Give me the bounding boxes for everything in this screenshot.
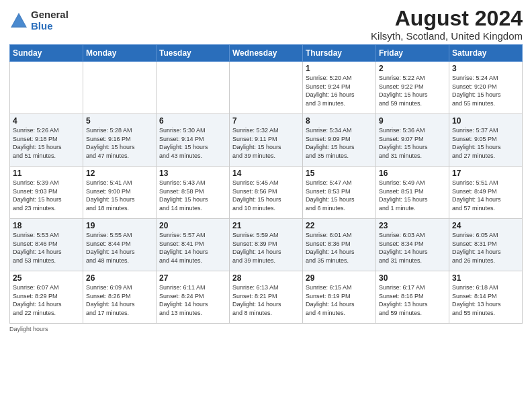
day-number: 5 — [86, 116, 153, 126]
day-number: 28 — [232, 273, 300, 283]
day-cell: 14Sunrise: 5:45 AM Sunset: 8:56 PM Dayli… — [230, 167, 303, 219]
day-number: 6 — [159, 116, 226, 126]
day-cell: 13Sunrise: 5:43 AM Sunset: 8:58 PM Dayli… — [157, 167, 230, 219]
day-number: 10 — [452, 116, 519, 126]
day-cell: 11Sunrise: 5:39 AM Sunset: 9:03 PM Dayli… — [10, 167, 83, 219]
day-cell: 10Sunrise: 5:37 AM Sunset: 9:05 PM Dayli… — [449, 114, 523, 167]
calendar-header: SundayMondayTuesdayWednesdayThursdayFrid… — [10, 45, 523, 62]
day-cell: 5Sunrise: 5:28 AM Sunset: 9:16 PM Daylig… — [83, 114, 157, 167]
day-number: 1 — [306, 64, 373, 73]
day-cell: 28Sunrise: 6:13 AM Sunset: 8:21 PM Dayli… — [230, 271, 303, 324]
day-info: Sunrise: 5:57 AM Sunset: 8:41 PM Dayligh… — [159, 231, 226, 265]
day-cell — [83, 62, 157, 114]
day-info: Sunrise: 6:09 AM Sunset: 8:26 PM Dayligh… — [86, 283, 153, 317]
day-info: Sunrise: 5:45 AM Sunset: 8:56 PM Dayligh… — [232, 179, 300, 212]
day-number: 9 — [379, 116, 446, 126]
week-row-0: 1Sunrise: 5:20 AM Sunset: 9:24 PM Daylig… — [10, 62, 523, 114]
day-cell: 12Sunrise: 5:41 AM Sunset: 9:00 PM Dayli… — [83, 167, 157, 219]
day-number: 27 — [159, 273, 226, 283]
day-cell: 2Sunrise: 5:22 AM Sunset: 9:22 PM Daylig… — [376, 62, 449, 114]
day-number: 26 — [86, 273, 153, 283]
day-info: Sunrise: 5:22 AM Sunset: 9:22 PM Dayligh… — [379, 74, 446, 107]
logo-general: General — [31, 9, 69, 21]
header-cell-sunday: Sunday — [10, 45, 83, 62]
day-number: 2 — [379, 64, 446, 73]
day-number: 14 — [232, 169, 300, 178]
day-info: Sunrise: 6:13 AM Sunset: 8:21 PM Dayligh… — [232, 283, 300, 317]
day-cell: 9Sunrise: 5:36 AM Sunset: 9:07 PM Daylig… — [376, 114, 449, 167]
day-number: 30 — [379, 273, 446, 283]
day-number: 16 — [379, 169, 446, 178]
day-cell: 7Sunrise: 5:32 AM Sunset: 9:11 PM Daylig… — [230, 114, 303, 167]
main-title: August 2024 — [371, 7, 523, 30]
day-info: Sunrise: 6:18 AM Sunset: 8:14 PM Dayligh… — [452, 283, 519, 317]
header-cell-monday: Monday — [83, 45, 157, 62]
header-cell-wednesday: Wednesday — [230, 45, 303, 62]
day-cell: 17Sunrise: 5:51 AM Sunset: 8:49 PM Dayli… — [449, 167, 523, 219]
day-cell: 3Sunrise: 5:24 AM Sunset: 9:20 PM Daylig… — [449, 62, 523, 114]
day-number: 25 — [13, 273, 80, 283]
header-cell-friday: Friday — [376, 45, 449, 62]
week-row-4: 25Sunrise: 6:07 AM Sunset: 8:29 PM Dayli… — [10, 271, 523, 324]
day-number: 18 — [13, 221, 80, 230]
day-info: Sunrise: 6:01 AM Sunset: 8:36 PM Dayligh… — [306, 231, 373, 265]
day-info: Sunrise: 5:34 AM Sunset: 9:09 PM Dayligh… — [306, 126, 373, 160]
day-number: 13 — [159, 169, 226, 178]
day-info: Sunrise: 5:36 AM Sunset: 9:07 PM Dayligh… — [379, 126, 446, 160]
header-cell-saturday: Saturday — [449, 45, 523, 62]
day-cell: 23Sunrise: 6:03 AM Sunset: 8:34 PM Dayli… — [376, 219, 449, 271]
daylight-label: Daylight hours — [9, 326, 48, 332]
day-number: 3 — [452, 64, 519, 73]
day-number: 23 — [379, 221, 446, 230]
calendar-table: SundayMondayTuesdayWednesdayThursdayFrid… — [9, 44, 523, 324]
day-cell — [10, 62, 83, 114]
day-cell: 21Sunrise: 5:59 AM Sunset: 8:39 PM Dayli… — [230, 219, 303, 271]
day-cell: 30Sunrise: 6:17 AM Sunset: 8:16 PM Dayli… — [376, 271, 449, 324]
calendar-body: 1Sunrise: 5:20 AM Sunset: 9:24 PM Daylig… — [10, 62, 523, 324]
day-cell: 27Sunrise: 6:11 AM Sunset: 8:24 PM Dayli… — [157, 271, 230, 324]
day-number: 20 — [159, 221, 226, 230]
day-number: 19 — [86, 221, 153, 230]
day-number: 4 — [13, 116, 80, 126]
day-info: Sunrise: 5:32 AM Sunset: 9:11 PM Dayligh… — [232, 126, 300, 160]
day-info: Sunrise: 5:41 AM Sunset: 9:00 PM Dayligh… — [86, 179, 153, 212]
title-block: August 2024 Kilsyth, Scotland, United Ki… — [371, 7, 523, 42]
day-info: Sunrise: 5:49 AM Sunset: 8:51 PM Dayligh… — [379, 179, 446, 212]
week-row-1: 4Sunrise: 5:26 AM Sunset: 9:18 PM Daylig… — [10, 114, 523, 167]
week-row-2: 11Sunrise: 5:39 AM Sunset: 9:03 PM Dayli… — [10, 167, 523, 219]
day-number: 11 — [13, 169, 80, 178]
day-number: 7 — [232, 116, 300, 126]
day-info: Sunrise: 5:39 AM Sunset: 9:03 PM Dayligh… — [13, 179, 80, 212]
day-info: Sunrise: 5:53 AM Sunset: 8:46 PM Dayligh… — [13, 231, 80, 265]
day-info: Sunrise: 5:55 AM Sunset: 8:44 PM Dayligh… — [86, 231, 153, 265]
day-number: 22 — [306, 221, 373, 230]
day-cell: 18Sunrise: 5:53 AM Sunset: 8:46 PM Dayli… — [10, 219, 83, 271]
day-number: 21 — [232, 221, 300, 230]
page-container: General Blue August 2024 Kilsyth, Scotla… — [0, 0, 532, 336]
day-info: Sunrise: 5:43 AM Sunset: 8:58 PM Dayligh… — [159, 179, 226, 212]
day-cell — [230, 62, 303, 114]
logo-text: General Blue — [31, 9, 69, 32]
svg-marker-1 — [12, 15, 26, 26]
day-info: Sunrise: 6:11 AM Sunset: 8:24 PM Dayligh… — [159, 283, 226, 317]
week-row-3: 18Sunrise: 5:53 AM Sunset: 8:46 PM Dayli… — [10, 219, 523, 271]
header-cell-tuesday: Tuesday — [157, 45, 230, 62]
logo: General Blue — [9, 9, 69, 32]
day-info: Sunrise: 5:20 AM Sunset: 9:24 PM Dayligh… — [306, 74, 373, 107]
day-cell: 1Sunrise: 5:20 AM Sunset: 9:24 PM Daylig… — [303, 62, 376, 114]
day-cell: 15Sunrise: 5:47 AM Sunset: 8:53 PM Dayli… — [303, 167, 376, 219]
day-cell: 26Sunrise: 6:09 AM Sunset: 8:26 PM Dayli… — [83, 271, 157, 324]
day-info: Sunrise: 6:03 AM Sunset: 8:34 PM Dayligh… — [379, 231, 446, 265]
day-info: Sunrise: 6:15 AM Sunset: 8:19 PM Dayligh… — [306, 283, 373, 317]
day-number: 24 — [452, 221, 519, 230]
day-cell: 24Sunrise: 6:05 AM Sunset: 8:31 PM Dayli… — [449, 219, 523, 271]
day-info: Sunrise: 5:26 AM Sunset: 9:18 PM Dayligh… — [13, 126, 80, 160]
day-cell: 6Sunrise: 5:30 AM Sunset: 9:14 PM Daylig… — [157, 114, 230, 167]
day-info: Sunrise: 5:37 AM Sunset: 9:05 PM Dayligh… — [452, 126, 519, 160]
day-number: 8 — [306, 116, 373, 126]
day-number: 12 — [86, 169, 153, 178]
day-cell: 31Sunrise: 6:18 AM Sunset: 8:14 PM Dayli… — [449, 271, 523, 324]
day-cell: 29Sunrise: 6:15 AM Sunset: 8:19 PM Dayli… — [303, 271, 376, 324]
day-info: Sunrise: 5:59 AM Sunset: 8:39 PM Dayligh… — [232, 231, 300, 265]
day-info: Sunrise: 6:05 AM Sunset: 8:31 PM Dayligh… — [452, 231, 519, 265]
